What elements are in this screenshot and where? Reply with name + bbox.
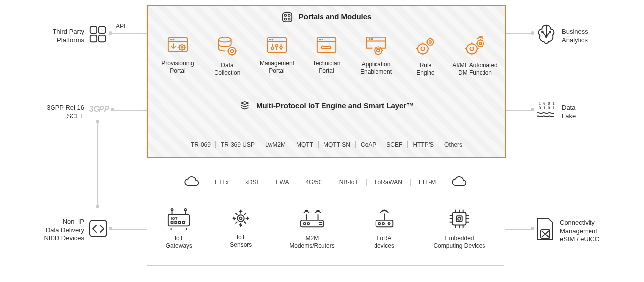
cloud-icon	[451, 176, 468, 188]
portals-and-modules-box: Portals and Modules Provisioning Portal …	[147, 5, 506, 158]
svg-point-40	[421, 47, 425, 51]
code-icon	[88, 219, 108, 240]
svg-point-14	[284, 14, 286, 16]
svg-point-19	[171, 39, 172, 40]
divider	[147, 200, 504, 200]
svg-point-33	[320, 39, 321, 40]
svg-rect-57	[301, 220, 323, 227]
svg-point-30	[276, 45, 278, 47]
data-collection-icon	[216, 36, 238, 57]
network-item: NB-IoT	[331, 179, 367, 186]
iot-sensor-icon	[229, 207, 252, 230]
lora-device-icon	[372, 207, 397, 231]
divider	[147, 265, 504, 266]
svg-point-44	[470, 47, 474, 51]
rule-engine-icon	[415, 36, 436, 57]
network-item: LTE-M	[411, 179, 444, 186]
m2m-router-icon	[298, 207, 326, 231]
connectivity-label: Connectivity Management eSIM / eUICC	[560, 219, 619, 244]
architecture-diagram: Third Party Platforms API 3GPP Rel 16 SC…	[0, 0, 644, 282]
svg-text:IOT: IOT	[171, 216, 178, 221]
module-provisioning-portal: Provisioning Portal	[153, 36, 203, 75]
svg-text:1 0 0 1: 1 0 0 1	[539, 101, 555, 106]
svg-point-58	[304, 223, 306, 225]
svg-rect-49	[171, 222, 173, 224]
connector	[111, 33, 147, 34]
device-iot-gateways: IOT IoT Gateways	[165, 207, 192, 250]
svg-text:3G: 3G	[89, 105, 100, 113]
svg-point-36	[371, 39, 372, 40]
svg-point-23	[219, 37, 231, 42]
device-lora: LoRA devices	[372, 207, 397, 250]
svg-point-55	[238, 215, 244, 221]
svg-point-38	[377, 49, 380, 52]
3gpp-icon: 3GPP	[88, 101, 110, 119]
svg-rect-13	[282, 13, 291, 22]
network-row: FTTx xDSL FWA 4G/5G NB-IoT LoRaWAN LTE-M	[147, 173, 504, 191]
sim-card-icon	[536, 218, 555, 242]
device-row: IOT IoT Gateways IoT Sensors M2M Modems/…	[147, 207, 504, 250]
svg-point-20	[173, 39, 174, 40]
protocol-item: SCEF	[381, 141, 408, 148]
svg-point-29	[271, 47, 274, 49]
module-app-enablement: Application Enablement	[351, 36, 401, 76]
api-label: API	[116, 23, 125, 30]
svg-point-27	[270, 39, 271, 40]
svg-point-62	[382, 223, 384, 225]
protocol-item: MQTT	[291, 141, 319, 148]
module-aiml: AI/ML Automated DM Function	[450, 36, 500, 77]
svg-point-63	[388, 223, 390, 225]
svg-rect-65	[457, 216, 463, 222]
aiml-icon	[463, 36, 487, 57]
svg-point-59	[307, 223, 309, 225]
network-item: FTTx	[207, 179, 237, 186]
svg-text:0 1 0 1: 0 1 0 1	[539, 106, 555, 110]
device-iot-sensors: IoT Sensors	[229, 207, 252, 249]
module-data-collection: Data Collection	[203, 36, 252, 77]
svg-point-22	[181, 47, 183, 48]
svg-point-54	[185, 209, 187, 211]
svg-point-15	[288, 14, 290, 16]
svg-point-42	[429, 41, 431, 43]
svg-point-17	[288, 18, 290, 20]
protocol-item: HTTP/S	[408, 141, 439, 148]
third-party-platforms-label: Third Party Platforms	[30, 28, 84, 45]
management-portal-icon	[266, 36, 288, 55]
app-enablement-icon	[365, 36, 387, 56]
device-m2m-routers: M2M Modems/Routers	[289, 207, 334, 250]
protocol-item: TR-369 USP	[216, 141, 260, 148]
network-item: LoRaWAN	[367, 179, 411, 186]
data-lake-label: Data Lake	[562, 104, 601, 121]
svg-point-46	[479, 42, 482, 45]
network-item: xDSL	[237, 179, 268, 186]
svg-text:PP: PP	[99, 105, 109, 113]
portals-modules-title: Portals and Modules	[148, 12, 505, 23]
svg-point-35	[369, 39, 370, 40]
brain-icon	[535, 23, 558, 46]
svg-rect-64	[453, 213, 466, 225]
protocol-list: TR-069 TR-369 USP LwM2M MQTT MQTT-SN CoA…	[148, 141, 505, 148]
svg-rect-51	[179, 222, 181, 224]
iot-gateway-icon: IOT	[165, 207, 192, 231]
svg-rect-50	[175, 222, 177, 224]
device-embedded: Embedded Computing Devices	[433, 207, 485, 250]
provisioning-icon	[167, 36, 189, 55]
modules-row: Provisioning Portal Data Collection Mana…	[153, 36, 500, 77]
svg-rect-0	[90, 27, 97, 33]
svg-point-53	[171, 209, 173, 211]
svg-point-66	[458, 217, 461, 220]
svg-point-41	[427, 39, 433, 45]
svg-point-56	[240, 217, 242, 220]
embedded-chip-icon	[447, 207, 472, 231]
module-technician-portal: Technician Portal	[302, 36, 351, 75]
svg-rect-3	[99, 35, 105, 42]
scef-label: 3GPP Rel 16 SCEF	[30, 104, 84, 121]
protocol-item: MQTT-SN	[319, 141, 356, 148]
svg-rect-2	[90, 35, 97, 42]
svg-point-25	[231, 50, 234, 53]
protocol-item: LwM2M	[260, 141, 291, 148]
module-management-portal: Management Portal	[252, 36, 302, 75]
nidd-label: Non_IP Data Delivery NIDD Devices	[25, 218, 84, 243]
module-rule-engine: Rule Engine	[401, 36, 450, 77]
technician-portal-icon	[316, 36, 337, 55]
